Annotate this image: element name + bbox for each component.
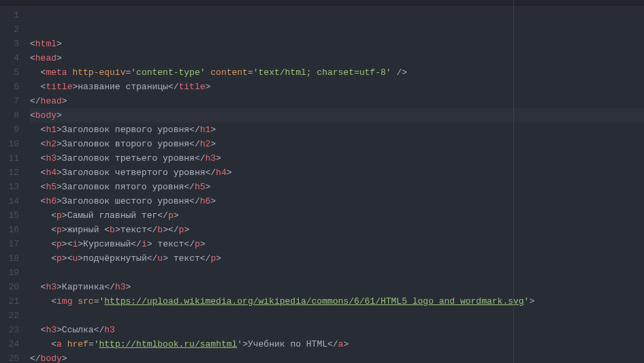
token-tag: h3 bbox=[115, 282, 126, 292]
token-br: </ bbox=[147, 225, 158, 235]
token-br: > bbox=[57, 153, 62, 163]
code-line[interactable]: <a href='http://htmlbook.ru/samhtml'>Уче… bbox=[30, 337, 644, 351]
token-br: > bbox=[227, 168, 232, 178]
token-br: > bbox=[57, 182, 62, 192]
code-line[interactable]: <h4>Заголовок четвертого уровня</h4> bbox=[30, 165, 644, 180]
token-br: /> bbox=[396, 67, 407, 78]
token-br: < bbox=[51, 210, 57, 221]
code-line[interactable]: </head> bbox=[30, 94, 644, 108]
token-attr: href bbox=[67, 339, 88, 349]
line-number: 2 bbox=[0, 22, 19, 37]
token-br: </ bbox=[168, 225, 179, 235]
code-line[interactable]: <h6>Заголовок шестого уровня</h6> bbox=[30, 194, 644, 208]
token-br: > bbox=[62, 253, 67, 264]
token-tag: title bbox=[46, 82, 72, 92]
code-line[interactable]: <body> bbox=[30, 108, 644, 123]
token-txt: текст bbox=[152, 239, 184, 249]
token-txt bbox=[62, 339, 67, 349]
token-br: > bbox=[62, 239, 67, 249]
token-tag: h2 bbox=[200, 139, 211, 149]
token-br: </ bbox=[184, 239, 195, 249]
token-br: > bbox=[163, 225, 168, 235]
code-line[interactable]: </body> bbox=[30, 351, 644, 363]
token-url: http://htmlbook.ru/samhtml bbox=[99, 339, 238, 349]
token-tag: a bbox=[57, 339, 62, 349]
token-br: < bbox=[51, 253, 57, 264]
token-br: > bbox=[210, 196, 216, 206]
token-tag: b bbox=[110, 225, 115, 235]
token-br: </ bbox=[147, 253, 158, 264]
token-br: > bbox=[206, 82, 211, 92]
token-tag: h6 bbox=[46, 196, 57, 206]
code-line[interactable]: <img src='https://upload.wikimedia.org/w… bbox=[30, 294, 644, 309]
ruler-guide bbox=[513, 0, 514, 363]
token-br: > bbox=[57, 125, 62, 135]
code-line[interactable]: <h3>Заголовок третьего уровня</h3> bbox=[30, 151, 644, 165]
token-br: </ bbox=[104, 282, 115, 292]
code-line[interactable]: <head> bbox=[30, 51, 644, 65]
line-number: 7 bbox=[0, 94, 19, 108]
token-br: > bbox=[57, 196, 62, 206]
token-txt: Самый главный тег bbox=[67, 210, 158, 221]
token-br: > bbox=[57, 53, 62, 63]
code-line[interactable]: <h5>Заголовок пятого уровня</h5> bbox=[30, 180, 644, 194]
token-tag: head bbox=[41, 96, 62, 106]
token-br: </ bbox=[157, 210, 168, 221]
token-tag: h6 bbox=[200, 196, 211, 206]
code-line[interactable] bbox=[30, 309, 644, 323]
code-editor[interactable]: <html><head> <meta http-equiv='content-t… bbox=[26, 0, 644, 363]
code-line[interactable]: <h3>Ссылка</h3 bbox=[30, 323, 644, 337]
line-number: 25 bbox=[0, 351, 19, 363]
code-line[interactable]: <html> bbox=[30, 37, 644, 51]
code-line[interactable] bbox=[30, 266, 644, 280]
token-br: > bbox=[62, 210, 67, 221]
token-txt: Заголовок шестого уровня bbox=[62, 196, 189, 206]
token-br: > bbox=[62, 225, 67, 235]
code-line[interactable]: <title>название страницы</title> bbox=[30, 80, 644, 94]
code-line[interactable]: <h1>Заголовок первого уровня</h1> bbox=[30, 123, 644, 137]
token-br: > bbox=[174, 210, 179, 221]
code-line[interactable]: <p><u>подчёркнутый</u> текст</p> bbox=[30, 251, 644, 266]
token-tag: body bbox=[41, 353, 62, 363]
token-txt: Заголовок второго уровня bbox=[62, 139, 189, 149]
token-br: </ bbox=[131, 239, 142, 249]
token-txt: Заголовок третьего уровня bbox=[62, 153, 195, 163]
token-br: < bbox=[104, 225, 110, 235]
line-number: 14 bbox=[0, 194, 19, 208]
code-line[interactable]: <h2>Заголовок второго уровня</h2> bbox=[30, 137, 644, 151]
token-tag: img bbox=[57, 296, 72, 306]
code-line[interactable]: <p><i>Курсивный</i> текст</p> bbox=[30, 237, 644, 251]
line-number-gutter: 1234567891011121314151617181920212223242… bbox=[0, 0, 26, 363]
token-br: < bbox=[30, 53, 35, 63]
token-br: > bbox=[78, 253, 83, 264]
token-br: > bbox=[200, 239, 206, 249]
token-br: > bbox=[184, 225, 189, 235]
line-number: 6 bbox=[0, 80, 19, 94]
token-txt: Заголовок четвертого уровня bbox=[62, 168, 206, 178]
token-txt: Ссылка bbox=[62, 325, 94, 335]
token-tag: head bbox=[35, 53, 57, 63]
token-br: </ bbox=[30, 353, 41, 363]
token-attr: content bbox=[210, 67, 248, 78]
token-txt: Курсивный bbox=[83, 239, 131, 249]
line-number: 10 bbox=[0, 137, 19, 151]
token-br: > bbox=[147, 239, 152, 249]
line-number: 17 bbox=[0, 237, 19, 251]
token-br: </ bbox=[189, 125, 200, 135]
token-punc: = bbox=[248, 67, 253, 78]
token-br: > bbox=[57, 139, 62, 149]
token-br: > bbox=[210, 125, 216, 135]
token-tag: p bbox=[57, 210, 62, 221]
code-line[interactable]: <p>Самый главный тег</p> bbox=[30, 208, 644, 223]
token-str: ' bbox=[94, 339, 99, 349]
token-tag: p bbox=[168, 210, 174, 221]
token-br: </ bbox=[30, 96, 41, 106]
code-line[interactable]: <meta http-equiv='content-type' content=… bbox=[30, 65, 644, 80]
token-tag: b bbox=[157, 225, 163, 235]
code-line[interactable]: <p>жирный <b>текст</b></p> bbox=[30, 223, 644, 237]
code-line[interactable]: <h3>Картинка</h3> bbox=[30, 280, 644, 294]
token-punc: = bbox=[88, 339, 94, 349]
token-br: </ bbox=[327, 339, 338, 349]
token-br: > bbox=[57, 39, 62, 49]
token-tag: h5 bbox=[46, 182, 57, 192]
